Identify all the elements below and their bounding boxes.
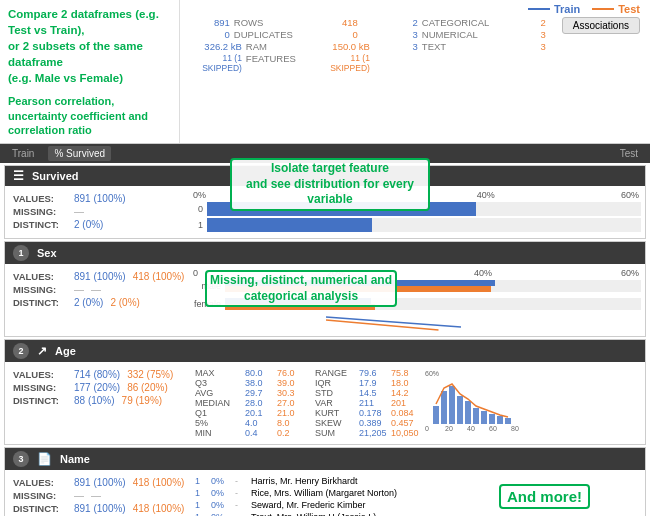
sex-bar-female: female [191,298,641,310]
sex-bar-male: male [191,280,641,292]
survived-bar-1: 1 [191,218,641,232]
svg-rect-12 [465,401,471,424]
top-row: Compare 2 dataframes (e.g. Test vs Train… [0,0,650,144]
age-body: VALUES: 714 (80%) 332 (75%) MISSING: 177… [5,362,645,444]
age-missing-row: MISSING: 177 (20%) 86 (20%) [13,381,185,394]
sex-num: 1 [13,245,29,261]
svg-rect-8 [433,406,439,424]
survived-distinct-row: DISTINCT: 2 (0%) [13,218,185,231]
tab-train[interactable]: Train [6,146,40,161]
survived-values-row: VALUES: 891 (100%) [13,192,185,205]
test-legend: Test [592,3,640,15]
svg-text:60%: 60% [425,370,439,377]
svg-text:60: 60 [489,425,497,432]
sex-axis: 0 20% 40% 60% [191,268,641,278]
survived-body: VALUES: 891 (100%) MISSING: — DISTINCT: … [5,186,645,238]
sex-female-track [225,298,641,310]
name-values-row: VALUES: 891 (100%) 418 (100%) [13,476,185,489]
svg-rect-15 [489,414,495,424]
survived-bar-1-track [207,218,641,232]
svg-rect-11 [457,396,463,424]
test-legend-line [592,8,614,10]
compare-description: Compare 2 dataframes (e.g. Test vs Train… [8,6,171,86]
name-stats: VALUES: 891 (100%) 418 (100%) MISSING: —… [9,474,189,516]
train-legend: Train [528,3,580,15]
name-distinct-row: DISTINCT: 891 (100%) 418 (100%) [13,502,185,515]
survived-bar-0: 0 [191,202,641,216]
stat-rows-row: 891 ROWS 418 [190,17,370,28]
left-description: Compare 2 dataframes (e.g. Test vs Train… [0,0,180,143]
name-header: 3 📄 Name [5,448,645,470]
stat-feat-row: 11 (1 SKIPPED) FEATURES 11 (1 SKIPPED) [190,53,370,73]
stat-num-row: 3 NUMERICAL 3 [378,29,546,40]
name-val-3: 1 0% - Trout, Mrs. William H (Jessie L) [195,512,637,516]
sex-stats: VALUES: 891 (100%) 418 (100%) MISSING: —… [9,268,189,311]
sex-distinct-row: DISTINCT: 2 (0%) 2 (0%) [13,296,185,309]
svg-text:0: 0 [425,425,429,432]
assoc-col: Associations [562,17,640,73]
survived-axis: 0% 20% 40% 60% [191,190,641,200]
svg-rect-9 [441,391,447,424]
stats-legend-row: Train Test [180,0,650,15]
tabs-bar: Train % Survived Test [0,144,650,163]
sex-section: 1 Sex VALUES: 891 (100%) 418 (100%) MISS… [4,241,646,337]
age-max-row: MAX 80.0 76.0 RANGE 79.6 75.8 [195,368,419,378]
svg-rect-16 [497,416,503,424]
sex-male-track [225,280,641,292]
name-missing-row: MISSING: — — [13,489,185,502]
stat-text-row: 3 TEXT 3 [378,41,546,52]
tab-test[interactable]: Test [614,146,644,161]
stats-col-2: 2 CATEGORICAL 2 3 NUMERICAL 3 3 TEXT 3 [378,17,546,73]
stats-col-1: 891 ROWS 418 0 DUPLICATES 0 326.2 kB RAM… [190,17,370,73]
sex-header: 1 Sex [5,242,645,264]
age-p5-row: 5% 4.0 8.0 SKEW 0.389 0.457 [195,418,419,428]
and-more-annotation: And more! [499,484,590,509]
name-icon: 📄 [37,452,52,466]
age-chart-svg: 0 20 40 60 80 60% [425,366,550,434]
stat-ram-row: 326.2 kB RAM 150.0 kB [190,41,370,52]
survived-section: ☰ Survived VALUES: 891 (100%) MISSING: —… [4,165,646,239]
sex-female-test [225,304,375,310]
age-median-row: MEDIAN 28.0 27.0 VAR 211 201 [195,398,419,408]
age-q1-row: Q1 20.1 21.0 KURT 0.178 0.084 [195,408,419,418]
tab-survived-pct[interactable]: % Survived [48,146,111,161]
name-num: 3 [13,451,29,467]
age-section: 2 ↗ Age VALUES: 714 (80%) 332 (75%) MISS… [4,339,646,445]
age-icon: ↗ [37,344,47,358]
page-wrapper: Compare 2 dataframes (e.g. Test vs Train… [0,0,650,516]
svg-text:80: 80 [511,425,519,432]
survived-bar-1-train [207,218,372,232]
age-chart: 0 20 40 60 80 60% [425,366,555,436]
train-legend-line [528,8,550,10]
sex-male-test [225,286,491,292]
svg-rect-13 [473,408,479,424]
age-values-row: VALUES: 714 (80%) 332 (75%) [13,368,185,381]
stat-cat-row: 2 CATEGORICAL 2 [378,17,546,28]
sex-trend-lines [191,312,641,332]
sex-chart: 0 20% 40% 60% male female [191,268,641,332]
stats-grid: 891 ROWS 418 0 DUPLICATES 0 326.2 kB RAM… [180,15,650,77]
survived-header: ☰ Survived [5,166,645,186]
age-num: 2 [13,343,29,359]
age-q3-row: Q3 38.0 39.0 IQR 17.9 18.0 [195,378,419,388]
survived-missing-row: MISSING: — [13,205,185,218]
survived-icon: ☰ [13,169,24,183]
survived-chart: 0% 20% 40% 60% 0 1 [191,190,641,234]
svg-rect-17 [505,418,511,424]
survived-bar-0-track [207,202,641,216]
age-distinct-row: DISTINCT: 88 (10%) 79 (19%) [13,394,185,407]
associations-button[interactable]: Associations [562,17,640,34]
svg-rect-10 [449,386,455,424]
age-title: Age [55,345,76,357]
svg-text:40: 40 [467,425,475,432]
survived-stats: VALUES: 891 (100%) MISSING: — DISTINCT: … [9,190,189,233]
stat-dups-row: 0 DUPLICATES 0 [190,29,370,40]
sex-title: Sex [37,247,57,259]
sex-body: VALUES: 891 (100%) 418 (100%) MISSING: —… [5,264,645,336]
name-title: Name [60,453,90,465]
right-stats-area: Train Test 891 ROWS 418 0 DUPLICATES [180,0,650,143]
pearson-description: Pearson correlation, uncertainty coeffic… [8,94,171,137]
svg-text:20: 20 [445,425,453,432]
age-min-row: MIN 0.4 0.2 SUM 21,205 10,050 [195,428,419,438]
svg-rect-14 [481,411,487,424]
